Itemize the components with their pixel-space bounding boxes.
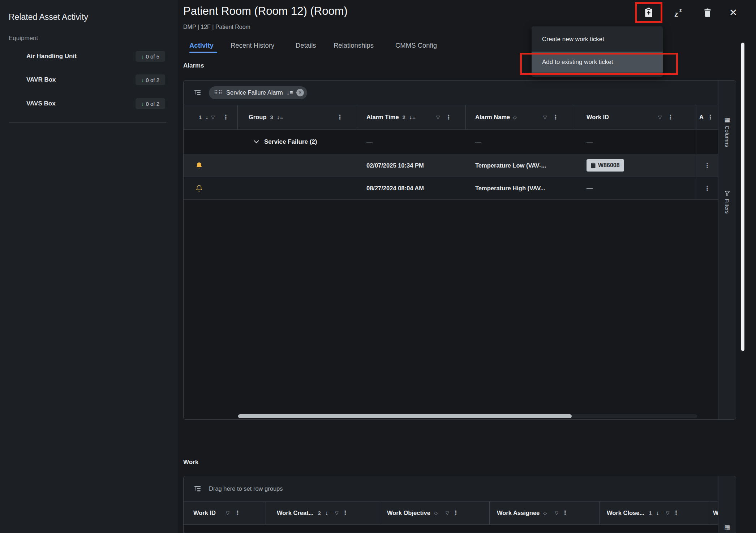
filter-icon[interactable]: ▽ (446, 510, 449, 516)
close-panel-button[interactable]: ✕ (726, 5, 741, 20)
alarms-grid: ⠿⠿ Service Failure Alarm ↓ ☰ ✕ 1 ↓ ▽ ⋮ G… (183, 80, 736, 420)
column-menu-icon[interactable]: ⋮ (342, 509, 348, 517)
unsorted-icon: ◇ (513, 114, 516, 120)
sort-asc-icon: ↓ (205, 114, 208, 121)
work-row-partial (184, 525, 719, 533)
column-header-work-closed[interactable]: Work Close... 1 ↓☰ ▽ ⋮ (600, 502, 710, 524)
sort-desc-icon: ↓☰ (325, 510, 331, 516)
sidebar-item-air-handling-unit[interactable]: Air Handling Unit ↓ 0 of 5 (9, 49, 166, 64)
columns-icon: ▦ (724, 117, 730, 123)
alarms-header-row: 1 ↓ ▽ ⋮ Group 3 ↓☰ ⋮ Alarm Time 2 ↓☰ (184, 105, 718, 130)
green-down-arrow-icon: ↓ (141, 53, 144, 60)
filter-icon[interactable]: ▽ (543, 114, 547, 120)
alarm-time: 02/07/2025 10:34 PM (366, 162, 424, 169)
filter-icon[interactable]: ▽ (335, 510, 339, 516)
sort-desc-icon: ↓☰ (409, 114, 415, 121)
tab-relationships[interactable]: Relationships (334, 41, 374, 50)
column-header-group[interactable]: Group 3 ↓☰ ⋮ (238, 105, 356, 129)
alarms-section-title: Alarms (183, 62, 204, 69)
work-grid: Drag here to set row groups Work ID ▽ ⋮ … (183, 476, 736, 533)
tab-recent-history[interactable]: Recent History (231, 41, 274, 50)
column-menu-icon[interactable]: ⋮ (446, 113, 452, 121)
menu-item-add-to-existing-work-ticket[interactable]: Add to existing work ticket (532, 52, 663, 73)
filter-icon[interactable]: ▽ (658, 114, 662, 120)
work-ticket-dropdown-menu: Create new work ticket Add to existing w… (532, 26, 663, 77)
tab-details[interactable]: Details (296, 41, 316, 50)
breadcrumb: DMP | 12F | Patient Room (183, 24, 250, 30)
alarm-time: 08/27/2024 08:04 AM (366, 185, 424, 192)
filter-icon[interactable]: ▽ (226, 510, 229, 516)
unsorted-icon: ◇ (434, 510, 438, 516)
work-ticket-button[interactable] (641, 5, 656, 20)
group-chip-service-failure-alarm[interactable]: ⠿⠿ Service Failure Alarm ↓ ☰ ✕ (209, 86, 307, 99)
green-down-arrow-icon: ↓ (141, 77, 144, 83)
tab-cmms-config[interactable]: CMMS Config (395, 41, 437, 50)
column-header-work-created[interactable]: Work Creat... 2 ↓☰ ▽ ⋮ (266, 502, 380, 524)
row-menu-icon[interactable]: ⋮ (704, 162, 710, 169)
column-menu-icon[interactable]: ⋮ (562, 509, 568, 517)
sidebar-section-equipment: Equipment (9, 35, 38, 42)
filter-icon[interactable]: ▽ (666, 510, 670, 516)
chevron-down-icon[interactable] (254, 140, 259, 143)
work-id-chip[interactable]: W86008 (587, 159, 624, 172)
column-menu-icon[interactable]: ⋮ (223, 113, 229, 121)
tab-activity[interactable]: Activity (189, 41, 214, 50)
filter-icon[interactable]: ▽ (436, 114, 440, 120)
empty-value: — (366, 138, 373, 146)
column-header-work-assignee[interactable]: Work Assignee ◇ ▽ ⋮ (490, 502, 600, 524)
columns-panel-tab[interactable]: ▦ Columns (718, 117, 736, 147)
column-header-work-objective[interactable]: Work Objective ◇ ▽ ⋮ (380, 502, 490, 524)
sort-asc-icon: ↓☰ (656, 510, 662, 516)
badge-count: 0 of 2 (146, 101, 159, 107)
chip-remove-button[interactable]: ✕ (296, 89, 304, 96)
unsorted-icon: ◇ (543, 510, 547, 516)
alarm-row-temperature-high[interactable]: 08/27/2024 08:04 AM Temperature High (VA… (184, 177, 718, 200)
horizontal-scrollbar-thumb[interactable] (238, 414, 572, 418)
column-header-partial[interactable]: A ⋮ (696, 105, 718, 129)
alarm-name: Temperature Low (VAV-... (475, 162, 546, 169)
sidebar-item-vavs-box[interactable]: VAVS Box ↓ 0 of 2 (9, 96, 166, 111)
work-header-row: Work ID ▽ ⋮ Work Creat... 2 ↓☰ ▽ ⋮ Work … (184, 502, 719, 525)
column-header-partial[interactable]: W (710, 502, 719, 524)
column-header-alarm-name[interactable]: Alarm Name ◇ ▽ ⋮ (466, 105, 574, 129)
column-menu-icon[interactable]: ⋮ (553, 113, 559, 121)
alarm-count-badge: ↓ 0 of 5 (136, 51, 165, 62)
column-menu-icon[interactable]: ⋮ (673, 509, 679, 517)
filter-icon[interactable]: ▽ (211, 114, 215, 120)
alarm-row-temperature-low[interactable]: 02/07/2025 10:34 PM Temperature Low (VAV… (184, 154, 718, 177)
filter-icon[interactable]: ▽ (555, 510, 558, 516)
row-groups-icon (194, 90, 202, 96)
column-header-index[interactable]: 1 ↓ ▽ ⋮ (184, 105, 238, 129)
work-ticket-icon (644, 8, 653, 18)
column-menu-icon[interactable]: ⋮ (707, 113, 713, 121)
sidebar-item-label: VAVS Box (26, 100, 56, 107)
sidebar-item-vavr-box[interactable]: VAVR Box ↓ 0 of 2 (9, 73, 166, 87)
vertical-scrollbar-thumb[interactable] (741, 43, 744, 351)
alarm-bell-inactive-icon (195, 184, 203, 192)
group-row-service-failure[interactable]: Service Failure (2) — — — (184, 130, 718, 154)
active-tab-indicator (189, 52, 217, 53)
work-side-panel: ▦ (718, 476, 736, 533)
alarm-count-badge: ↓ 0 of 2 (136, 74, 165, 85)
empty-value: — (587, 138, 593, 146)
trash-icon (704, 8, 712, 17)
row-menu-icon[interactable]: ⋮ (704, 185, 710, 192)
column-header-alarm-time[interactable]: Alarm Time 2 ↓☰ ▽ ⋮ (356, 105, 466, 129)
app-window: Related Asset Activity Equipment Air Han… (0, 0, 756, 533)
delete-button[interactable] (700, 5, 715, 20)
column-menu-icon[interactable]: ⋮ (453, 509, 459, 517)
snooze-button[interactable]: z z (671, 5, 686, 20)
columns-icon: ▦ (724, 524, 730, 530)
column-header-work-id[interactable]: Work ID ▽ ⋮ (574, 105, 696, 129)
column-header-work-id[interactable]: Work ID ▽ ⋮ (184, 502, 266, 524)
chip-label: Service Failure Alarm (226, 89, 283, 96)
clipboard-icon (591, 162, 596, 168)
work-section-title: Work (183, 459, 198, 466)
column-menu-icon[interactable]: ⋮ (667, 113, 674, 121)
column-menu-icon[interactable]: ⋮ (235, 509, 241, 517)
columns-panel-tab[interactable]: ▦ (718, 524, 736, 530)
horizontal-scrollbar-track (238, 414, 697, 418)
menu-item-create-new-work-ticket[interactable]: Create new work ticket (532, 28, 663, 51)
column-menu-icon[interactable]: ⋮ (337, 113, 343, 121)
filters-panel-tab[interactable]: Filters (718, 191, 736, 214)
